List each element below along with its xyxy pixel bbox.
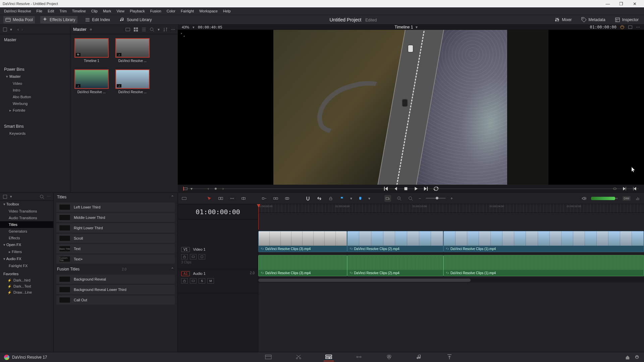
zoom-in-button[interactable]: + xyxy=(450,196,453,201)
effectslib-toggle[interactable]: Effects Library xyxy=(40,16,77,23)
track-lock-icon[interactable] xyxy=(181,254,188,259)
lock-icon[interactable] xyxy=(327,195,334,202)
home-icon[interactable] xyxy=(625,355,630,360)
find-icon[interactable] xyxy=(384,195,391,202)
window-minimize[interactable]: — xyxy=(601,0,614,7)
view-list-icon[interactable] xyxy=(142,27,146,32)
menu-edit[interactable]: Edit xyxy=(45,8,57,14)
mediapool-toggle[interactable]: Media Pool xyxy=(3,16,35,23)
zoom-slider[interactable] xyxy=(426,198,446,199)
favorite-item[interactable]: Dark...hird xyxy=(0,277,53,283)
prev-edit-alt[interactable]: ‹ xyxy=(205,185,212,192)
openfx-node[interactable]: ▾ Open FX xyxy=(0,241,53,248)
overwrite-clip-button[interactable] xyxy=(272,195,279,202)
title-preset[interactable]: Custom TitleText+ xyxy=(56,254,175,264)
fx-titles[interactable]: Titles xyxy=(0,221,53,228)
video-clip[interactable]: DaVinci Resolve Clips (3).mp4 xyxy=(258,231,347,252)
audio-track-tag[interactable]: A1 xyxy=(181,271,190,276)
fusion-title-preset[interactable]: Call Out xyxy=(56,295,175,305)
title-preset[interactable]: Basic TitleText xyxy=(56,244,175,253)
prev-frame-button[interactable] xyxy=(392,185,399,192)
audio-lock-icon[interactable] xyxy=(181,278,188,284)
audiofx-node[interactable]: ▾ Audio FX xyxy=(0,255,53,262)
fusion-title-preset[interactable]: Background Reveal xyxy=(56,275,175,284)
menu-help[interactable]: Help xyxy=(220,8,233,14)
mute-button[interactable]: M xyxy=(207,278,214,284)
track-disable-icon[interactable] xyxy=(199,254,205,259)
bin-list-icon[interactable] xyxy=(3,27,7,32)
dim-button[interactable]: DIM xyxy=(623,196,631,201)
title-preset[interactable]: Right Lower Third xyxy=(56,223,175,233)
audio-clip[interactable]: DaVinci Resolve Clips (2).mp4 xyxy=(347,255,444,276)
last-frame-button[interactable] xyxy=(621,185,628,192)
mixer-toggle[interactable]: Mixer xyxy=(552,16,574,23)
nav-fwd[interactable]: › xyxy=(21,27,23,32)
fairlightfx-node[interactable]: Fairlight FX xyxy=(0,262,53,269)
fusion-title-preset[interactable]: Background Reveal Lower Third xyxy=(56,285,175,294)
menu-fusion[interactable]: Fusion xyxy=(148,8,164,14)
zoom-out-button[interactable]: − xyxy=(419,196,421,201)
media-page-button[interactable] xyxy=(263,353,273,361)
matchframe-icon[interactable] xyxy=(612,186,617,191)
fx-more-icon[interactable]: ⋯ xyxy=(47,194,51,199)
bypass-icon[interactable] xyxy=(620,25,625,29)
powerbin-intro[interactable]: Intro xyxy=(0,87,70,94)
fx-video-transitions[interactable]: Video Transitions xyxy=(0,208,53,215)
filters-node[interactable]: ▸ Filters xyxy=(0,248,53,255)
powerbin-fortnite[interactable]: ▸Fortnite xyxy=(0,107,70,114)
inspector-toggle[interactable]: Inspector xyxy=(613,16,641,23)
menu-fairlight[interactable]: Fairlight xyxy=(178,8,197,14)
timeline-view-icon[interactable] xyxy=(182,196,186,201)
fx-panel-icon[interactable] xyxy=(3,194,7,199)
volume-slider[interactable] xyxy=(591,198,618,199)
viewer-more-icon[interactable]: ⋯ xyxy=(636,25,640,29)
gear-icon[interactable] xyxy=(635,355,639,360)
dynamic-trim-tool[interactable] xyxy=(229,195,235,202)
view-thumb-icon[interactable] xyxy=(133,27,138,32)
titles-category[interactable]: Titles ⌃ xyxy=(54,193,177,201)
menu-timeline[interactable]: Timeline xyxy=(69,8,89,14)
transform-overlay-icon[interactable] xyxy=(183,186,188,191)
favorite-item[interactable]: Draw...Line xyxy=(0,289,53,295)
favorite-item[interactable]: Dark...Text xyxy=(0,283,53,289)
next-frame-button[interactable] xyxy=(422,185,430,192)
audio-clip[interactable]: DaVinci Resolve Clips (3).mp4 xyxy=(258,255,347,276)
overlay-chevron[interactable]: ▾ xyxy=(191,186,193,191)
single-viewer-icon[interactable] xyxy=(628,25,633,29)
master-bin[interactable]: Master xyxy=(0,34,70,44)
window-maximize[interactable]: ❐ xyxy=(614,0,628,7)
marker-chevron[interactable]: ▾ xyxy=(368,196,370,201)
video-clip[interactable]: DaVinci Resolve Clips (1).mp4 xyxy=(443,231,644,252)
first-frame-button[interactable] xyxy=(382,185,389,192)
menu-file[interactable]: File xyxy=(34,8,45,14)
fusion-titles-category[interactable]: Fusion Titles 2.0 ⌃ xyxy=(54,265,177,274)
fx-effects[interactable]: Effects xyxy=(0,235,53,241)
sort-icon[interactable] xyxy=(163,27,168,32)
video-lane[interactable]: DaVinci Resolve Clips (3).mp4DaVinci Res… xyxy=(258,230,644,254)
cut-page-button[interactable] xyxy=(293,353,304,361)
video-track-tag[interactable]: V1 xyxy=(181,247,190,252)
viewer-frame[interactable] xyxy=(273,30,548,185)
powerbin-video[interactable]: Video xyxy=(0,80,70,87)
search-chevron[interactable]: ▾ xyxy=(158,27,160,32)
clip-thumb[interactable]: ♪DaVinci Resolve ... xyxy=(115,69,150,94)
insert-clip-button[interactable] xyxy=(261,195,268,202)
menu-view[interactable]: View xyxy=(114,8,127,14)
menu-davinci-resolve[interactable]: DaVinci Resolve xyxy=(1,8,34,14)
timeline-scrollbar[interactable] xyxy=(258,278,644,283)
deliver-page-button[interactable] xyxy=(444,353,454,361)
marker-button[interactable] xyxy=(357,195,364,202)
snap-toggle[interactable] xyxy=(305,195,311,202)
edit-page-button[interactable] xyxy=(324,353,334,361)
prev-edit-button[interactable] xyxy=(631,185,639,192)
zoom-full-icon[interactable] xyxy=(396,195,402,202)
timeline-ruler[interactable]: 01:00:00:0001:00:08:0001:00:16:0001:00:2… xyxy=(258,204,644,213)
clip-thumb[interactable]: ♪DaVinci Resolve ... xyxy=(115,38,150,63)
zoom-custom-icon[interactable] xyxy=(407,195,414,202)
flag-chevron[interactable]: ▾ xyxy=(350,196,352,201)
title-preset[interactable]: Middle Lower Third xyxy=(56,213,175,222)
powerbin-abo-button[interactable]: Abo Button xyxy=(0,94,70,100)
toolbox-node[interactable]: ▾ Toolbox xyxy=(0,201,53,208)
video-clip[interactable]: DaVinci Resolve Clips (2).mp4 xyxy=(347,231,444,252)
fx-generators[interactable]: Generators xyxy=(0,228,53,235)
